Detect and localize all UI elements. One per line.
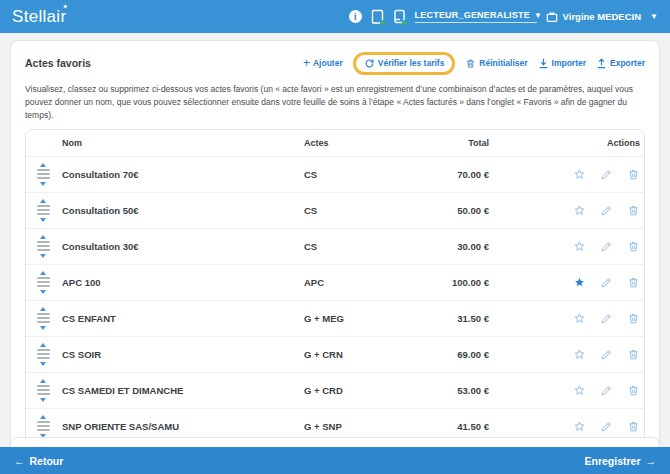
pencil-icon xyxy=(600,420,613,433)
delete-button[interactable] xyxy=(627,168,640,181)
logo-text: Stellair xyxy=(12,7,66,26)
row-name: Consultation 30€ xyxy=(60,241,302,252)
favorite-star-button[interactable] xyxy=(573,312,586,325)
add-button[interactable]: + Ajouter xyxy=(303,57,343,69)
row-total: 70.00 € xyxy=(421,169,491,180)
favorite-star-button[interactable] xyxy=(573,240,586,253)
star-icon xyxy=(573,420,586,433)
row-total: 31.50 € xyxy=(421,313,491,324)
drag-handle-icon[interactable] xyxy=(37,271,50,294)
download-icon xyxy=(538,58,549,69)
star-icon xyxy=(573,348,586,361)
row-name: CS SOIR xyxy=(60,349,302,360)
table-header-row: Nom Actes Total Actions xyxy=(26,130,644,156)
user-menu[interactable]: Virgine MEDECIN ▼ xyxy=(546,11,658,23)
status-dot-green xyxy=(380,20,386,26)
pencil-icon xyxy=(600,276,613,289)
delete-button[interactable] xyxy=(627,420,640,433)
favorite-star-button[interactable] xyxy=(573,168,586,181)
delete-button[interactable] xyxy=(627,276,640,289)
table-row: Consultation 50€ CS 50.00 € xyxy=(26,192,644,228)
row-total: 69.00 € xyxy=(421,349,491,360)
row-total: 100.00 € xyxy=(421,277,491,288)
arrow-right-icon: → xyxy=(646,455,657,467)
top-header-bar: Stellair ✦ i LECTEUR_GENERALISTE ▼ xyxy=(0,0,670,33)
favorite-star-button[interactable] xyxy=(573,384,586,397)
delete-button[interactable] xyxy=(627,240,640,253)
table-row: CS SAMEDI ET DIMANCHE G + CRD 53.00 € xyxy=(26,372,644,408)
favorite-star-button[interactable] xyxy=(573,420,586,433)
arrow-left-icon: ← xyxy=(14,455,25,467)
table-row: CS SOIR G + CRN 69.00 € xyxy=(26,336,644,372)
favoris-table: Nom Actes Total Actions Consultation 70€… xyxy=(25,129,645,445)
star-icon xyxy=(573,168,586,181)
drag-handle-icon[interactable] xyxy=(37,307,50,330)
star-icon xyxy=(573,384,586,397)
trash-icon xyxy=(627,348,640,361)
drag-handle-icon[interactable] xyxy=(37,235,50,258)
actes-favoris-card: Actes favoris + Ajouter Vérifier les tar… xyxy=(10,40,660,458)
edit-button[interactable] xyxy=(600,384,613,397)
drag-handle-icon[interactable] xyxy=(37,163,50,186)
save-button[interactable]: Enregistrer → xyxy=(584,455,656,467)
column-header-nom: Nom xyxy=(60,138,302,148)
pencil-icon xyxy=(600,204,613,217)
favorite-star-button[interactable] xyxy=(573,204,586,217)
trash-icon xyxy=(627,384,640,397)
edit-button[interactable] xyxy=(600,420,613,433)
status-dot-green xyxy=(402,20,408,26)
card-reader-icon[interactable] xyxy=(393,9,406,24)
row-name: APC 100 xyxy=(60,277,302,288)
back-button[interactable]: ← Retour xyxy=(14,455,63,467)
delete-button[interactable] xyxy=(627,384,640,397)
info-icon[interactable]: i xyxy=(349,10,362,23)
refresh-icon xyxy=(364,58,375,69)
row-total: 53.00 € xyxy=(421,385,491,396)
vitale-card-icon[interactable] xyxy=(371,9,384,24)
drag-handle-icon[interactable] xyxy=(37,415,50,438)
row-actes: G + CRD xyxy=(302,385,421,396)
favorite-star-button[interactable] xyxy=(573,348,586,361)
table-row: Consultation 70€ CS 70.00 € xyxy=(26,156,644,192)
briefcase-icon xyxy=(546,11,558,23)
row-actes: G + CRN xyxy=(302,349,421,360)
delete-button[interactable] xyxy=(627,204,640,217)
drag-handle-icon[interactable] xyxy=(37,379,50,402)
pencil-icon xyxy=(600,348,613,361)
column-header-actes: Actes xyxy=(302,138,421,148)
row-name: CS ENFANT xyxy=(60,313,302,324)
trash-icon xyxy=(627,240,640,253)
edit-button[interactable] xyxy=(600,168,613,181)
reset-button[interactable]: Réinitialiser xyxy=(465,58,527,69)
stellair-logo[interactable]: Stellair ✦ xyxy=(12,7,66,27)
favorite-star-button[interactable] xyxy=(573,276,586,289)
edit-button[interactable] xyxy=(600,240,613,253)
star-icon xyxy=(573,204,586,217)
verify-tarifs-button[interactable]: Vérifier les tarifs xyxy=(364,58,445,69)
table-row: Consultation 30€ CS 30.00 € xyxy=(26,228,644,264)
table-row: CS ENFANT G + MEG 31.50 € xyxy=(26,300,644,336)
drag-handle-icon[interactable] xyxy=(37,199,50,222)
export-button[interactable]: Exporter xyxy=(596,58,645,69)
chevron-down-icon: ▼ xyxy=(534,11,542,20)
import-button[interactable]: Importer xyxy=(538,58,586,69)
reader-select[interactable]: LECTEUR_GENERALISTE ▼ xyxy=(415,10,537,23)
delete-button[interactable] xyxy=(627,348,640,361)
edit-button[interactable] xyxy=(600,276,613,289)
drag-handle-icon[interactable] xyxy=(37,343,50,366)
delete-button[interactable] xyxy=(627,312,640,325)
row-actes: G + SNP xyxy=(302,421,421,432)
user-name: Virgine MEDECIN xyxy=(563,11,641,22)
edit-button[interactable] xyxy=(600,204,613,217)
upload-icon xyxy=(596,58,607,69)
row-actes: CS xyxy=(302,241,421,252)
trash-icon xyxy=(627,204,640,217)
next-panel-edge xyxy=(10,437,660,447)
row-total: 41.50 € xyxy=(421,421,491,432)
edit-button[interactable] xyxy=(600,348,613,361)
row-name: Consultation 70€ xyxy=(60,169,302,180)
edit-button[interactable] xyxy=(600,312,613,325)
table-row: APC 100 APC 100.00 € xyxy=(26,264,644,300)
page-description: Visualisez, classez ou supprimez ci-dess… xyxy=(25,83,645,121)
row-actes: CS xyxy=(302,205,421,216)
